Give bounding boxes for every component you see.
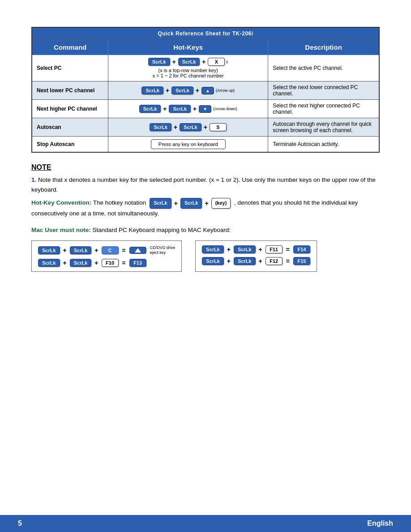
- s-key: S: [210, 123, 227, 131]
- scrlk-mac: ScrLk: [202, 257, 224, 265]
- scrlk-key: ScrLk: [141, 86, 163, 94]
- main-content: Quick Reference Sheet for TK-206i Comman…: [0, 0, 411, 515]
- desc-next-higher: Select the next higher connected PC chan…: [268, 100, 379, 118]
- plus2: +: [205, 198, 208, 208]
- hotkey-next-higher: ScrLk + ScrLk + ▼ (Arrow down): [108, 100, 268, 118]
- plus: +: [227, 246, 231, 253]
- plus: +: [227, 257, 231, 265]
- mac-label: Mac User must note:: [31, 227, 91, 233]
- plus2: +: [259, 257, 262, 265]
- hotkey-stop-autoscan: Press any key on keyboard: [108, 137, 268, 153]
- hotkey-convention: Hot-Key Convention: The hotkey notation …: [31, 198, 380, 218]
- hotkey-inner: ScrLk + ScrLk + ▲ (Arrow up): [113, 86, 263, 94]
- table-row: Next higher PC channel ScrLk + ScrLk + ▼…: [32, 100, 379, 118]
- plus2: +: [202, 58, 206, 65]
- desc-stop-autoscan: Terminate Autoscan activity.: [268, 137, 379, 153]
- header-hotkeys: Hot-Keys: [108, 40, 268, 55]
- scrlk-key2: ScrLk: [169, 105, 191, 113]
- mac-row-4: ScrLk + ScrLk + F12 = F15: [202, 257, 310, 265]
- cmd-stop-autoscan: Stop Autoscan: [32, 137, 108, 153]
- cmd-next-higher: Next higher PC channel: [32, 100, 108, 118]
- press-any-key: Press any key on keyboard: [151, 139, 226, 149]
- plus: +: [174, 198, 178, 208]
- cd-label: CD/DVD driveeject key: [150, 245, 176, 255]
- scrlk-key2: ScrLk: [171, 86, 193, 94]
- footer: 5 English: [0, 515, 411, 532]
- footer-page: 5: [18, 519, 22, 528]
- table-row: Autoscan ScrLk + ScrLk + S Autoscan thro…: [32, 118, 379, 137]
- note-number: 1.: [31, 176, 38, 183]
- scrlk-key2: ScrLk: [178, 58, 200, 66]
- plus: +: [166, 87, 169, 94]
- desc-next-lower: Select the next lower connected PC chann…: [268, 82, 379, 100]
- scrlk-mac: ScrLk: [38, 246, 60, 254]
- hotkey-select-pc: ScrLk + ScrLk + X 1 (x is a top-row numb…: [108, 55, 268, 82]
- hotkey-inner: ScrLk + ScrLk + ▼ (Arrow down): [113, 105, 263, 113]
- f15-key: F15: [293, 257, 310, 265]
- hotkey-inner: ScrLk + ScrLk + S: [113, 123, 263, 131]
- f13-key: F13: [129, 259, 146, 267]
- footer-lang: English: [367, 519, 393, 528]
- table-title: Quick Reference Sheet for TK-206i: [32, 27, 379, 40]
- reference-table: Quick Reference Sheet for TK-206i Comman…: [31, 27, 380, 153]
- plus2: +: [204, 124, 207, 131]
- arrow-up-key: ▲: [201, 87, 214, 94]
- arrow-label: (Arrow up): [216, 88, 235, 93]
- hotkey-convention-label: Hot-Key Convention:: [31, 200, 91, 206]
- plus: +: [163, 105, 167, 112]
- plus: +: [63, 247, 67, 254]
- hotkey-autoscan: ScrLk + ScrLk + S: [108, 118, 268, 137]
- f12-key: F12: [265, 257, 283, 265]
- f14-key: F14: [293, 245, 310, 253]
- table-row: Next lower PC channel ScrLk + ScrLk + ▲ …: [32, 82, 379, 100]
- scrlk-mac2: ScrLk: [70, 259, 92, 267]
- key-inline: (key): [211, 198, 231, 209]
- c-key: C: [102, 246, 119, 254]
- mac-row-1: ScrLk + ScrLk + C = CD/DVD driveeject ke…: [38, 245, 175, 255]
- table-header-row: Command Hot-Keys Description: [32, 40, 379, 55]
- inline-keys: ScrLk + ScrLk + (key): [150, 198, 231, 209]
- note-item-1: 1. Note that x denotes a number key for …: [31, 175, 380, 194]
- note-text: Note that x denotes a number key for the…: [31, 176, 376, 193]
- plus: +: [172, 58, 176, 65]
- hotkey-next-lower: ScrLk + ScrLk + ▲ (Arrow up): [108, 82, 268, 100]
- mac-mapping: ScrLk + ScrLk + C = CD/DVD driveeject ke…: [31, 240, 380, 272]
- hotkey-convention-text: The hotkey notation: [93, 200, 146, 206]
- scrlk-key: ScrLk: [139, 105, 161, 113]
- scrlk-mac2: ScrLk: [234, 257, 256, 265]
- mac-row-2: ScrLk + ScrLk + F10 = F13: [38, 259, 175, 267]
- eject-key: [129, 247, 146, 254]
- cmd-next-lower: Next lower PC channel: [32, 82, 108, 100]
- cmd-autoscan: Autoscan: [32, 118, 108, 137]
- plus2: +: [94, 247, 98, 254]
- scrlk-inline2: ScrLk: [180, 198, 202, 209]
- note-section: NOTE 1. Note that x denotes a number key…: [31, 163, 380, 272]
- equals: =: [286, 246, 290, 253]
- page-wrapper: Quick Reference Sheet for TK-206i Comman…: [0, 0, 411, 532]
- mac-col-left: ScrLk + ScrLk + C = CD/DVD driveeject ke…: [31, 240, 182, 272]
- scrlk-inline: ScrLk: [150, 198, 171, 209]
- scrlk-mac: ScrLk: [202, 245, 224, 253]
- plus: +: [174, 124, 177, 131]
- mac-note: Mac User must note: Standard PC Keyboard…: [31, 225, 380, 235]
- f10-key: F10: [102, 259, 119, 267]
- equals: =: [122, 247, 126, 254]
- cmd-select-pc: Select PC: [32, 55, 108, 82]
- x-key: X: [208, 58, 225, 66]
- plus2: +: [196, 87, 199, 94]
- plus2: +: [193, 105, 197, 112]
- desc-select-pc: Select the active PC channel.: [268, 55, 379, 82]
- equals: =: [122, 259, 126, 266]
- table-row: Select PC ScrLk + ScrLk + X 1 (x is a to…: [32, 55, 379, 82]
- note-title: NOTE: [31, 163, 380, 172]
- equals: =: [286, 257, 290, 265]
- header-command: Command: [32, 40, 108, 55]
- mac-text: Standard PC Keyboard mapping to MAC Keyb…: [93, 227, 231, 233]
- arrow-label: (Arrow down): [213, 107, 237, 111]
- header-description: Description: [268, 40, 379, 55]
- select-pc-note: (x is a top-row number key)x = 1 ~ 2 for…: [113, 68, 263, 78]
- scrlk-key: ScrLk: [150, 123, 171, 131]
- mac-row-3: ScrLk + ScrLk + F11 = F14: [202, 245, 310, 253]
- plus2: +: [259, 246, 262, 253]
- hotkey-inner: ScrLk + ScrLk + X 1: [113, 58, 263, 66]
